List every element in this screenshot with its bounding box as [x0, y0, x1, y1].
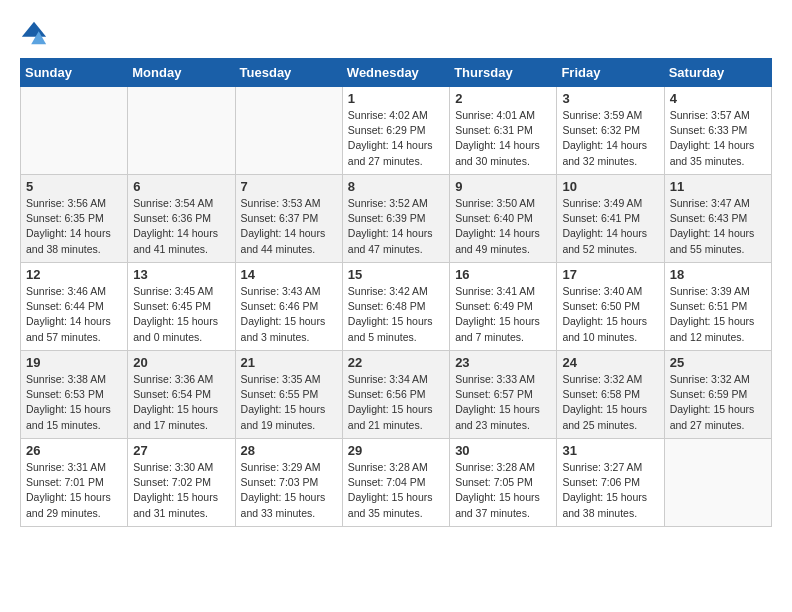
day-number: 28 [241, 443, 337, 458]
day-number: 1 [348, 91, 444, 106]
day-info: Sunrise: 3:57 AM Sunset: 6:33 PM Dayligh… [670, 108, 766, 169]
day-info: Sunrise: 3:50 AM Sunset: 6:40 PM Dayligh… [455, 196, 551, 257]
day-number: 29 [348, 443, 444, 458]
logo-icon [20, 20, 48, 48]
day-number: 18 [670, 267, 766, 282]
day-info: Sunrise: 3:34 AM Sunset: 6:56 PM Dayligh… [348, 372, 444, 433]
day-cell: 14Sunrise: 3:43 AM Sunset: 6:46 PM Dayli… [235, 263, 342, 351]
svg-marker-0 [22, 22, 46, 37]
day-cell [235, 87, 342, 175]
day-info: Sunrise: 3:29 AM Sunset: 7:03 PM Dayligh… [241, 460, 337, 521]
day-cell: 5Sunrise: 3:56 AM Sunset: 6:35 PM Daylig… [21, 175, 128, 263]
day-info: Sunrise: 3:45 AM Sunset: 6:45 PM Dayligh… [133, 284, 229, 345]
day-info: Sunrise: 3:33 AM Sunset: 6:57 PM Dayligh… [455, 372, 551, 433]
day-number: 11 [670, 179, 766, 194]
day-number: 14 [241, 267, 337, 282]
day-info: Sunrise: 3:28 AM Sunset: 7:04 PM Dayligh… [348, 460, 444, 521]
day-number: 23 [455, 355, 551, 370]
day-number: 27 [133, 443, 229, 458]
day-cell: 30Sunrise: 3:28 AM Sunset: 7:05 PM Dayli… [450, 439, 557, 527]
day-cell: 13Sunrise: 3:45 AM Sunset: 6:45 PM Dayli… [128, 263, 235, 351]
header-cell-sunday: Sunday [21, 59, 128, 87]
day-number: 21 [241, 355, 337, 370]
day-number: 22 [348, 355, 444, 370]
day-info: Sunrise: 3:39 AM Sunset: 6:51 PM Dayligh… [670, 284, 766, 345]
day-info: Sunrise: 3:32 AM Sunset: 6:58 PM Dayligh… [562, 372, 658, 433]
day-info: Sunrise: 3:40 AM Sunset: 6:50 PM Dayligh… [562, 284, 658, 345]
day-number: 17 [562, 267, 658, 282]
day-cell: 4Sunrise: 3:57 AM Sunset: 6:33 PM Daylig… [664, 87, 771, 175]
day-number: 6 [133, 179, 229, 194]
day-cell: 9Sunrise: 3:50 AM Sunset: 6:40 PM Daylig… [450, 175, 557, 263]
day-info: Sunrise: 3:54 AM Sunset: 6:36 PM Dayligh… [133, 196, 229, 257]
day-number: 4 [670, 91, 766, 106]
day-cell: 24Sunrise: 3:32 AM Sunset: 6:58 PM Dayli… [557, 351, 664, 439]
day-cell: 1Sunrise: 4:02 AM Sunset: 6:29 PM Daylig… [342, 87, 449, 175]
day-info: Sunrise: 4:02 AM Sunset: 6:29 PM Dayligh… [348, 108, 444, 169]
day-number: 5 [26, 179, 122, 194]
week-row-2: 5Sunrise: 3:56 AM Sunset: 6:35 PM Daylig… [21, 175, 772, 263]
day-number: 30 [455, 443, 551, 458]
day-number: 8 [348, 179, 444, 194]
day-cell: 18Sunrise: 3:39 AM Sunset: 6:51 PM Dayli… [664, 263, 771, 351]
calendar-table: SundayMondayTuesdayWednesdayThursdayFrid… [20, 58, 772, 527]
day-info: Sunrise: 3:46 AM Sunset: 6:44 PM Dayligh… [26, 284, 122, 345]
day-cell: 12Sunrise: 3:46 AM Sunset: 6:44 PM Dayli… [21, 263, 128, 351]
week-row-1: 1Sunrise: 4:02 AM Sunset: 6:29 PM Daylig… [21, 87, 772, 175]
page-header [20, 20, 772, 48]
day-info: Sunrise: 3:32 AM Sunset: 6:59 PM Dayligh… [670, 372, 766, 433]
day-number: 26 [26, 443, 122, 458]
day-number: 15 [348, 267, 444, 282]
day-info: Sunrise: 3:59 AM Sunset: 6:32 PM Dayligh… [562, 108, 658, 169]
day-cell: 15Sunrise: 3:42 AM Sunset: 6:48 PM Dayli… [342, 263, 449, 351]
day-info: Sunrise: 3:49 AM Sunset: 6:41 PM Dayligh… [562, 196, 658, 257]
day-number: 10 [562, 179, 658, 194]
day-cell [664, 439, 771, 527]
header-row: SundayMondayTuesdayWednesdayThursdayFrid… [21, 59, 772, 87]
day-number: 25 [670, 355, 766, 370]
day-cell: 29Sunrise: 3:28 AM Sunset: 7:04 PM Dayli… [342, 439, 449, 527]
day-cell: 2Sunrise: 4:01 AM Sunset: 6:31 PM Daylig… [450, 87, 557, 175]
day-info: Sunrise: 3:42 AM Sunset: 6:48 PM Dayligh… [348, 284, 444, 345]
day-info: Sunrise: 3:28 AM Sunset: 7:05 PM Dayligh… [455, 460, 551, 521]
day-cell: 6Sunrise: 3:54 AM Sunset: 6:36 PM Daylig… [128, 175, 235, 263]
day-info: Sunrise: 3:53 AM Sunset: 6:37 PM Dayligh… [241, 196, 337, 257]
day-cell: 10Sunrise: 3:49 AM Sunset: 6:41 PM Dayli… [557, 175, 664, 263]
day-info: Sunrise: 3:41 AM Sunset: 6:49 PM Dayligh… [455, 284, 551, 345]
day-cell: 21Sunrise: 3:35 AM Sunset: 6:55 PM Dayli… [235, 351, 342, 439]
day-info: Sunrise: 3:30 AM Sunset: 7:02 PM Dayligh… [133, 460, 229, 521]
day-info: Sunrise: 3:36 AM Sunset: 6:54 PM Dayligh… [133, 372, 229, 433]
header-cell-thursday: Thursday [450, 59, 557, 87]
day-info: Sunrise: 3:56 AM Sunset: 6:35 PM Dayligh… [26, 196, 122, 257]
day-number: 16 [455, 267, 551, 282]
day-cell: 20Sunrise: 3:36 AM Sunset: 6:54 PM Dayli… [128, 351, 235, 439]
day-cell: 11Sunrise: 3:47 AM Sunset: 6:43 PM Dayli… [664, 175, 771, 263]
day-number: 3 [562, 91, 658, 106]
day-cell: 7Sunrise: 3:53 AM Sunset: 6:37 PM Daylig… [235, 175, 342, 263]
week-row-3: 12Sunrise: 3:46 AM Sunset: 6:44 PM Dayli… [21, 263, 772, 351]
day-cell: 17Sunrise: 3:40 AM Sunset: 6:50 PM Dayli… [557, 263, 664, 351]
day-cell [128, 87, 235, 175]
day-number: 24 [562, 355, 658, 370]
header-cell-friday: Friday [557, 59, 664, 87]
day-cell: 25Sunrise: 3:32 AM Sunset: 6:59 PM Dayli… [664, 351, 771, 439]
day-info: Sunrise: 3:38 AM Sunset: 6:53 PM Dayligh… [26, 372, 122, 433]
header-cell-tuesday: Tuesday [235, 59, 342, 87]
day-cell: 8Sunrise: 3:52 AM Sunset: 6:39 PM Daylig… [342, 175, 449, 263]
day-cell: 28Sunrise: 3:29 AM Sunset: 7:03 PM Dayli… [235, 439, 342, 527]
day-cell [21, 87, 128, 175]
day-cell: 16Sunrise: 3:41 AM Sunset: 6:49 PM Dayli… [450, 263, 557, 351]
day-cell: 31Sunrise: 3:27 AM Sunset: 7:06 PM Dayli… [557, 439, 664, 527]
day-cell: 23Sunrise: 3:33 AM Sunset: 6:57 PM Dayli… [450, 351, 557, 439]
day-number: 12 [26, 267, 122, 282]
day-cell: 3Sunrise: 3:59 AM Sunset: 6:32 PM Daylig… [557, 87, 664, 175]
day-number: 9 [455, 179, 551, 194]
header-cell-wednesday: Wednesday [342, 59, 449, 87]
day-info: Sunrise: 3:35 AM Sunset: 6:55 PM Dayligh… [241, 372, 337, 433]
logo [20, 20, 52, 48]
day-info: Sunrise: 4:01 AM Sunset: 6:31 PM Dayligh… [455, 108, 551, 169]
day-number: 19 [26, 355, 122, 370]
header-cell-saturday: Saturday [664, 59, 771, 87]
day-cell: 22Sunrise: 3:34 AM Sunset: 6:56 PM Dayli… [342, 351, 449, 439]
week-row-5: 26Sunrise: 3:31 AM Sunset: 7:01 PM Dayli… [21, 439, 772, 527]
